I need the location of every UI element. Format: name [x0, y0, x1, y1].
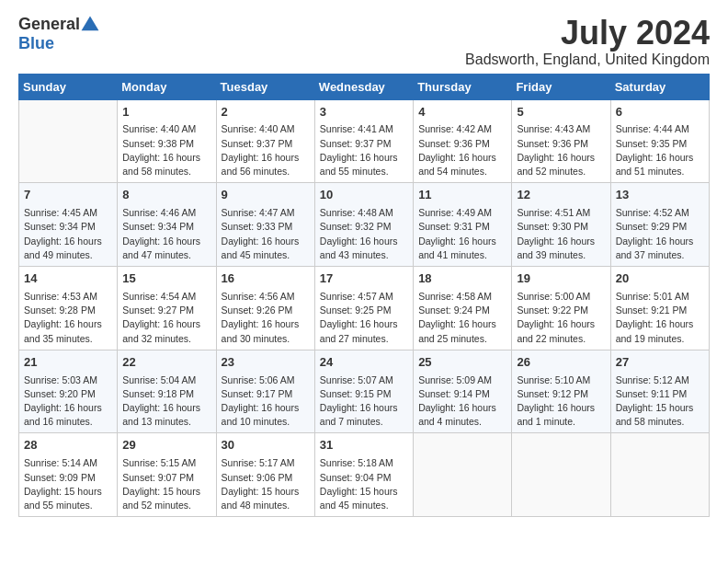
day-info-line: and 27 minutes.: [320, 332, 408, 346]
calendar-cell: 12Sunrise: 4:51 AMSunset: 9:30 PMDayligh…: [512, 183, 610, 267]
day-info-line: and 58 minutes.: [616, 415, 704, 429]
day-info-line: Sunrise: 5:04 AM: [122, 373, 210, 387]
week-row-2: 7Sunrise: 4:45 AMSunset: 9:34 PMDaylight…: [19, 183, 710, 267]
calendar-cell: 9Sunrise: 4:47 AMSunset: 9:33 PMDaylight…: [216, 183, 314, 267]
day-info-line: Sunrise: 5:14 AM: [24, 456, 112, 470]
day-info-line: Daylight: 16 hours: [222, 401, 310, 415]
day-info-line: Sunrise: 5:17 AM: [222, 456, 310, 470]
day-info-line: Sunrise: 4:57 AM: [320, 290, 408, 304]
day-info-line: and 10 minutes.: [222, 415, 310, 429]
day-info-line: Sunrise: 4:44 AM: [616, 122, 704, 136]
day-info-line: Daylight: 16 hours: [320, 235, 408, 248]
calendar-cell: 21Sunrise: 5:03 AMSunset: 9:20 PMDayligh…: [19, 350, 118, 433]
calendar-cell: 13Sunrise: 4:52 AMSunset: 9:29 PMDayligh…: [610, 183, 709, 267]
day-number: 23: [222, 354, 310, 372]
calendar-cell: 11Sunrise: 4:49 AMSunset: 9:31 PMDayligh…: [414, 183, 512, 267]
day-number: 9: [222, 187, 310, 204]
calendar-cell: 1Sunrise: 4:40 AMSunset: 9:38 PMDaylight…: [118, 99, 216, 183]
title-area: July 2024 Badsworth, England, United Kin…: [465, 15, 710, 68]
day-info-line: Daylight: 15 hours: [122, 485, 210, 499]
day-info-line: and 58 minutes.: [122, 165, 210, 178]
day-info-line: and 25 minutes.: [418, 332, 506, 346]
day-info-line: and 19 minutes.: [616, 332, 704, 346]
day-info-line: Sunrise: 4:45 AM: [24, 206, 112, 220]
calendar-cell: 28Sunrise: 5:14 AMSunset: 9:09 PMDayligh…: [19, 433, 118, 517]
day-number: 12: [517, 187, 605, 204]
day-info-line: Sunset: 9:34 PM: [24, 220, 112, 234]
day-info-line: and 45 minutes.: [222, 248, 310, 262]
day-info-line: Daylight: 16 hours: [517, 235, 605, 248]
day-info-line: Daylight: 16 hours: [24, 401, 112, 415]
day-info-line: Sunset: 9:12 PM: [517, 387, 605, 401]
calendar-cell: 24Sunrise: 5:07 AMSunset: 9:15 PMDayligh…: [314, 350, 413, 433]
day-info-line: and 45 minutes.: [320, 499, 408, 512]
calendar-cell: 8Sunrise: 4:46 AMSunset: 9:34 PMDaylight…: [118, 183, 216, 267]
calendar-cell: [414, 433, 512, 517]
day-number: 31: [320, 437, 408, 454]
day-number: 17: [320, 270, 408, 288]
week-row-1: 1Sunrise: 4:40 AMSunset: 9:38 PMDaylight…: [19, 99, 710, 183]
calendar-cell: 14Sunrise: 4:53 AMSunset: 9:28 PMDayligh…: [19, 267, 118, 350]
header-row: SundayMondayTuesdayWednesdayThursdayFrid…: [19, 74, 710, 99]
day-info-line: Daylight: 16 hours: [320, 151, 408, 165]
day-number: 24: [320, 354, 408, 372]
day-number: 30: [222, 437, 310, 454]
day-number: 6: [616, 104, 704, 121]
calendar-cell: 5Sunrise: 4:43 AMSunset: 9:36 PMDaylight…: [512, 99, 610, 183]
calendar-cell: 6Sunrise: 4:44 AMSunset: 9:35 PMDaylight…: [610, 99, 709, 183]
day-info-line: and 52 minutes.: [122, 499, 210, 512]
day-info-line: Daylight: 16 hours: [122, 235, 210, 248]
header: General Blue July 2024 Badsworth, Englan…: [18, 15, 710, 68]
day-info-line: and 51 minutes.: [616, 165, 704, 178]
day-info-line: Sunrise: 4:43 AM: [517, 122, 605, 136]
day-number: 22: [122, 354, 210, 372]
day-info-line: Daylight: 16 hours: [616, 151, 704, 165]
day-info-line: Daylight: 16 hours: [122, 317, 210, 331]
day-info-line: Daylight: 16 hours: [24, 317, 112, 331]
header-cell-monday: Monday: [118, 74, 216, 99]
calendar-cell: 4Sunrise: 4:42 AMSunset: 9:36 PMDaylight…: [414, 99, 512, 183]
day-info-line: Sunset: 9:35 PM: [616, 137, 704, 151]
day-number: 29: [122, 437, 210, 454]
calendar-cell: 25Sunrise: 5:09 AMSunset: 9:14 PMDayligh…: [414, 350, 512, 433]
day-info-line: Daylight: 16 hours: [616, 235, 704, 248]
calendar-cell: [512, 433, 610, 517]
day-info-line: Sunrise: 4:58 AM: [418, 290, 506, 304]
day-info-line: Sunset: 9:32 PM: [320, 220, 408, 234]
svg-marker-0: [82, 17, 99, 31]
day-info-line: Daylight: 15 hours: [616, 401, 704, 415]
day-info-line: Daylight: 16 hours: [320, 401, 408, 415]
day-info-line: Daylight: 16 hours: [222, 235, 310, 248]
day-info-line: Sunrise: 5:10 AM: [517, 373, 605, 387]
calendar-cell: [610, 433, 709, 517]
day-info-line: and 47 minutes.: [122, 248, 210, 262]
day-info-line: Sunrise: 5:07 AM: [320, 373, 408, 387]
calendar-cell: 17Sunrise: 4:57 AMSunset: 9:25 PMDayligh…: [314, 267, 413, 350]
day-number: 1: [122, 104, 210, 121]
day-info-line: and 37 minutes.: [616, 248, 704, 262]
day-info-line: Sunset: 9:21 PM: [616, 304, 704, 317]
day-info-line: Sunrise: 4:53 AM: [24, 290, 112, 304]
day-number: 14: [24, 270, 112, 288]
calendar-cell: 27Sunrise: 5:12 AMSunset: 9:11 PMDayligh…: [610, 350, 709, 433]
day-number: 3: [320, 104, 408, 121]
day-info-line: Sunset: 9:14 PM: [418, 387, 506, 401]
day-info-line: Daylight: 16 hours: [418, 317, 506, 331]
day-info-line: Daylight: 16 hours: [222, 317, 310, 331]
calendar-cell: 18Sunrise: 4:58 AMSunset: 9:24 PMDayligh…: [414, 267, 512, 350]
day-info-line: Sunrise: 5:00 AM: [517, 290, 605, 304]
day-info-line: Sunrise: 5:09 AM: [418, 373, 506, 387]
day-number: 27: [616, 354, 704, 372]
location-title: Badsworth, England, United Kingdom: [465, 52, 710, 68]
calendar-cell: 26Sunrise: 5:10 AMSunset: 9:12 PMDayligh…: [512, 350, 610, 433]
day-info-line: Sunrise: 4:42 AM: [418, 122, 506, 136]
day-info-line: Sunset: 9:18 PM: [122, 387, 210, 401]
day-info-line: Sunset: 9:28 PM: [24, 304, 112, 317]
day-info-line: and 55 minutes.: [320, 165, 408, 178]
day-info-line: Sunset: 9:37 PM: [320, 137, 408, 151]
day-info-line: Sunset: 9:34 PM: [122, 220, 210, 234]
calendar-cell: 15Sunrise: 4:54 AMSunset: 9:27 PMDayligh…: [118, 267, 216, 350]
day-info-line: and 41 minutes.: [418, 248, 506, 262]
day-info-line: Sunrise: 4:54 AM: [122, 290, 210, 304]
day-info-line: and 56 minutes.: [222, 165, 310, 178]
